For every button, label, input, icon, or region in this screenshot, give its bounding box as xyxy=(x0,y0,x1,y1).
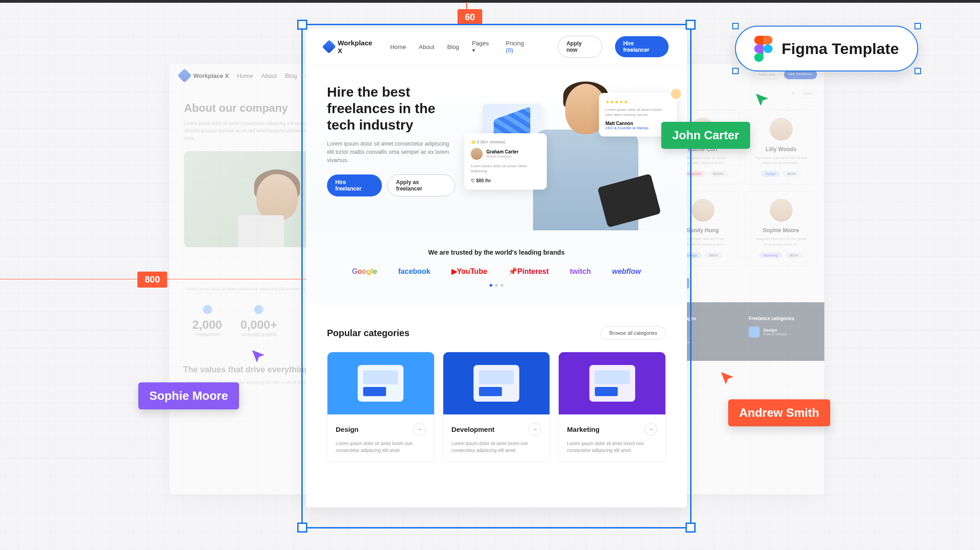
person-icon xyxy=(203,305,212,314)
nav-blog[interactable]: Blog xyxy=(285,72,297,79)
stat-label: Freelancers xyxy=(192,332,222,337)
dot-icon[interactable] xyxy=(495,284,498,287)
webflow-logo: webflow xyxy=(612,267,641,276)
category-description: Lorem ipsum dolor sit amet lorem non con… xyxy=(336,440,426,454)
stat-label: uccessful projects xyxy=(240,332,277,337)
trusted-title: We are trusted by the world's leading br… xyxy=(324,249,669,256)
google-logo: Google xyxy=(352,267,377,276)
filter-skills[interactable]: Skills xyxy=(798,89,817,98)
hero-description: Lorem ipsum dolor sit amet consectetur a… xyxy=(327,140,455,164)
reviews-badge: ⭐ 5 (60+ reviews) xyxy=(471,140,540,144)
skill-tag: Design xyxy=(761,171,780,177)
stat-item: 0,000+ uccessful projects xyxy=(240,305,277,337)
cursor-badge-john: John Carter xyxy=(661,122,750,149)
nav-blog[interactable]: Blog xyxy=(447,44,459,50)
chevron-down-icon: ▾ xyxy=(472,47,475,54)
testimonial-body: Lorem ipsum dolor sit amet consec tutor … xyxy=(605,107,670,117)
measurement-label-top: 60 xyxy=(457,9,482,25)
figma-logo-icon xyxy=(754,36,773,61)
selection-handle[interactable] xyxy=(915,23,921,29)
nav-pricing-label: Pricing xyxy=(506,40,524,47)
cart-count: (0) xyxy=(506,47,513,54)
category-card-design[interactable]: Design→ Lorem ipsum dolor sit amet lorem… xyxy=(327,352,435,463)
category-illustration xyxy=(443,352,550,414)
rate-tag: $90/hr xyxy=(704,252,723,258)
cursor-icon-sophie xyxy=(250,348,267,366)
app-topbar xyxy=(0,0,980,3)
artboard-home-selected[interactable]: Workplace X Home About Blog Pages ▾ Pric… xyxy=(306,28,687,507)
nav-home[interactable]: Home xyxy=(237,72,253,79)
categories-title: Popular categories xyxy=(327,328,409,338)
cursor-badge-andrew: Andrew Smith xyxy=(728,399,830,426)
freelancer-card[interactable]: Lilly Woods Dignissim nulla tortor velit… xyxy=(745,110,817,185)
category-illustration xyxy=(327,352,434,414)
nav-home[interactable]: Home xyxy=(390,44,406,50)
apply-button[interactable]: Apply now xyxy=(558,36,602,58)
footer-category-name: Design xyxy=(763,328,791,332)
browse-all-button[interactable]: Browse all categories xyxy=(600,326,666,340)
twitch-logo: twitch xyxy=(570,267,591,276)
freelancer-name: Lilly Woods xyxy=(753,146,809,152)
navbar: Workplace X Home About Blog Pages ▾ Pric… xyxy=(306,28,687,65)
youtube-logo: ▶YouTube xyxy=(452,267,487,276)
measurement-label-side: 800 xyxy=(137,272,167,288)
figma-chip-label: Figma Template xyxy=(782,40,899,58)
selection-handle[interactable] xyxy=(732,23,739,29)
card-role: Brand Designer xyxy=(486,154,518,158)
rate-tag: $260/hr xyxy=(708,171,728,177)
avatar xyxy=(770,199,793,222)
stat-item: 2,000 Freelancers xyxy=(192,305,222,337)
design-icon xyxy=(749,327,760,338)
avatar xyxy=(770,118,793,141)
stat-number: 2,000 xyxy=(192,318,222,332)
filter-skills-label: ⚙ xyxy=(791,92,795,96)
star-rating-icon: ★★★★★ xyxy=(605,99,670,104)
category-description: Lorem ipsum dolor sit amet lorem non con… xyxy=(567,440,657,454)
footer-category-item[interactable]: Design Explore category → xyxy=(749,327,815,338)
brand-text: Workplace X xyxy=(193,72,229,79)
facebook-logo: facebook xyxy=(398,267,430,276)
hire-button[interactable]: Hire freelancer xyxy=(615,36,669,57)
nav-about[interactable]: About xyxy=(419,44,435,50)
nav-pricing[interactable]: Pricing (0) xyxy=(506,40,532,54)
brand-logo-icon xyxy=(177,68,191,82)
check-icon xyxy=(254,305,263,314)
category-card-development[interactable]: Development→ Lorem ipsum dolor sit amet … xyxy=(443,352,550,463)
cursor-icon-john xyxy=(754,92,770,110)
nav-about[interactable]: About xyxy=(261,72,277,79)
cursor-icon-andrew xyxy=(719,370,735,388)
category-name: Design xyxy=(336,425,359,433)
testimonial-role: CEO & Founder at Startup xyxy=(605,126,670,130)
selection-handle[interactable] xyxy=(915,68,921,74)
skill-tag: Marketing xyxy=(759,252,782,258)
selection-handle[interactable] xyxy=(732,68,739,74)
figma-template-chip[interactable]: Figma Template xyxy=(735,26,918,71)
categories-section: Popular categories Browse all categories… xyxy=(306,305,687,484)
brand-text: Workplace X xyxy=(338,39,377,54)
arrow-right-icon[interactable]: → xyxy=(528,423,541,436)
brand[interactable]: Workplace X xyxy=(180,71,229,81)
category-card-marketing[interactable]: Marketing→ Lorem ipsum dolor sit amet lo… xyxy=(558,352,666,463)
testimonial-name: Matt Cannon xyxy=(605,121,670,126)
arrow-right-icon[interactable]: → xyxy=(413,423,426,436)
category-description: Lorem ipsum dolor sit amet lorem non con… xyxy=(452,440,542,454)
hero-hire-button[interactable]: Hire freelancer xyxy=(327,174,382,196)
footer-category-link: Explore category → xyxy=(763,332,791,336)
card-body: Lorem ipsum dolor sit conse ctetur adipi… xyxy=(471,163,540,174)
freelancer-card[interactable]: Sophie Moore Volupata fund sed oll rhc p… xyxy=(745,191,817,266)
brand[interactable]: Workplace X xyxy=(324,39,377,54)
avatar xyxy=(670,87,682,100)
nav-pages-label: Pages xyxy=(472,40,489,47)
dot-icon[interactable] xyxy=(490,284,492,287)
rate-tag: $60/hr xyxy=(785,252,803,258)
hero-apply-button[interactable]: Apply as freelancer xyxy=(387,174,455,196)
brand-logo-icon xyxy=(322,40,336,54)
hero-section: Hire the best freelances in the tech ind… xyxy=(306,65,687,230)
carousel-dots[interactable] xyxy=(324,284,669,287)
arrow-right-icon[interactable]: → xyxy=(644,423,657,436)
pinterest-logo: 📌Pinterest xyxy=(508,267,549,276)
dot-icon[interactable] xyxy=(501,284,503,287)
hero-title: Hire the best freelances in the tech ind… xyxy=(327,84,455,133)
nav-pages[interactable]: Pages ▾ xyxy=(472,40,493,54)
trusted-section: We are trusted by the world's leading br… xyxy=(306,230,687,305)
